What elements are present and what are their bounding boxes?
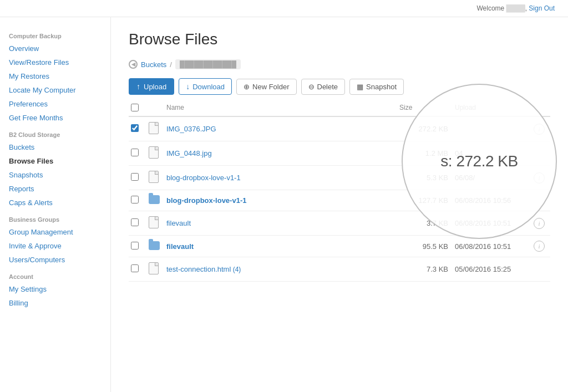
sidebar-item-view-restore[interactable]: View/Restore Files (0, 55, 110, 69)
sidebar-item-free-months[interactable]: Get Free Months (0, 111, 110, 125)
breadcrumb-separator: / (170, 60, 172, 69)
folder-icon (149, 241, 160, 250)
file-icon (149, 171, 159, 183)
file-checkbox-4[interactable] (131, 218, 139, 226)
sidebar-item-overview[interactable]: Overview (0, 42, 110, 55)
download-button[interactable]: ↓ Download (179, 78, 232, 95)
folder-icon (149, 195, 160, 204)
file-name-2[interactable]: blog-dropbox-love-v1-1 (166, 174, 241, 182)
breadcrumb-current-bucket: ████████████ (175, 59, 241, 69)
sidebar-section-account: Account (0, 267, 110, 282)
delete-label: Delete (317, 83, 338, 91)
table-row: IMG_0376.JPG272.2 KBi (129, 116, 550, 141)
file-table: Name Size Upload IMG_0376.JPG272.2 KBiIM… (129, 99, 550, 282)
delete-button[interactable]: ⊖ Delete (301, 79, 346, 95)
sidebar-item-my-settings[interactable]: My Settings (0, 282, 110, 296)
file-size-6: 7.3 KB (397, 257, 453, 282)
file-checkbox-6[interactable] (131, 264, 139, 272)
table-row: blog-dropbox-love-v1-1127.7 KB06/08/2016… (129, 190, 550, 211)
file-checkbox-2[interactable] (131, 173, 139, 181)
upload-button[interactable]: ↑ Upload (129, 78, 174, 95)
file-size-4: 3.7 KB (397, 211, 453, 236)
table-row: IMG_0448.jpg1.2 MB04 (129, 141, 550, 166)
info-icon-0[interactable]: i (534, 124, 545, 135)
sidebar-item-snapshots[interactable]: Snapshots (0, 168, 110, 182)
file-icon (149, 262, 159, 274)
info-icon-4[interactable]: i (534, 218, 545, 229)
snapshot-icon: ▦ (357, 83, 363, 91)
sidebar-section-business: Business Groups (0, 210, 110, 225)
sidebar-item-billing[interactable]: Billing (0, 296, 110, 310)
sidebar-section-computer-backup: Computer Backup (0, 26, 110, 42)
upload-icon: ↑ (136, 82, 140, 91)
sidebar-item-group-management[interactable]: Group Management (0, 225, 110, 239)
snapshot-label: Snapshot (366, 83, 397, 91)
signout-link[interactable]: Sign Out (529, 4, 555, 12)
file-size-3: 127.7 KB (397, 190, 453, 211)
sidebar-item-invite-approve[interactable]: Invite & Approve (0, 239, 110, 253)
sidebar-item-caps-alerts[interactable]: Caps & Alerts (0, 196, 110, 210)
sidebar-item-buckets[interactable]: Buckets (0, 140, 110, 154)
new-folder-icon: ⊕ (244, 83, 250, 91)
info-icon-5[interactable]: i (534, 241, 545, 252)
breadcrumb-back-icon[interactable]: ◀ (129, 60, 138, 69)
file-checkbox-1[interactable] (131, 149, 139, 156)
table-row: blog-dropbox-love-v1-15.3 KB06/08/i (129, 166, 550, 190)
file-checkbox-3[interactable] (131, 196, 139, 203)
file-size-1: 1.2 MB (397, 141, 453, 166)
new-folder-label: New Folder (252, 83, 289, 91)
breadcrumb-buckets-link[interactable]: Buckets (141, 60, 166, 69)
col-header-name: Name (164, 99, 397, 116)
file-checkbox-0[interactable] (131, 124, 139, 132)
sidebar-item-my-restores[interactable]: My Restores (0, 69, 110, 83)
page-title: Browse Files (129, 30, 550, 48)
file-name-3[interactable]: blog-dropbox-love-v1-1 (166, 196, 246, 205)
file-date-3: 06/08/2016 10:56 (453, 190, 530, 211)
top-bar: Welcome ████, Sign Out (0, 0, 568, 17)
col-header-size: Size (397, 99, 453, 116)
file-name-5[interactable]: filevault (166, 242, 194, 251)
col-header-upload: Upload (453, 99, 530, 116)
file-date-2: 06/08/ (453, 166, 530, 190)
select-all-checkbox[interactable] (131, 104, 139, 111)
sidebar: Computer Backup Overview View/Restore Fi… (0, 17, 111, 392)
download-label: Download (192, 83, 225, 91)
file-size-5: 95.5 KB (397, 236, 453, 257)
col-header-check (129, 99, 146, 116)
file-date-1: 04 (453, 141, 530, 166)
toolbar: ↑ Upload ↓ Download ⊕ New Folder ⊖ Delet… (129, 78, 550, 95)
sidebar-item-browse-files[interactable]: Browse Files (0, 154, 110, 168)
file-date-4: 06/08/2016 10:51 (453, 211, 530, 236)
file-date-0 (453, 116, 530, 141)
download-icon: ↓ (186, 82, 190, 91)
file-name-4[interactable]: filevault (166, 219, 191, 227)
file-name-6[interactable]: test-connection.html (166, 265, 231, 273)
file-size-2: 5.3 KB (397, 166, 453, 190)
col-header-icon (146, 99, 164, 116)
sidebar-item-preferences[interactable]: Preferences (0, 97, 110, 111)
table-row: test-connection.html (4)7.3 KB05/06/2016… (129, 257, 550, 282)
file-name-1[interactable]: IMG_0448.jpg (166, 149, 212, 157)
file-icon (149, 122, 159, 134)
file-icon (149, 216, 159, 228)
delete-icon: ⊖ (308, 83, 315, 91)
info-icon-2[interactable]: i (534, 172, 545, 184)
breadcrumb: ◀ Buckets / ████████████ (129, 59, 550, 69)
file-date-6: 05/06/2016 15:25 (453, 257, 530, 282)
sidebar-item-locate-computer[interactable]: Locate My Computer (0, 83, 110, 97)
col-header-info (530, 99, 550, 116)
file-name-0[interactable]: IMG_0376.JPG (166, 125, 216, 133)
table-row: filevault3.7 KB06/08/2016 10:51i (129, 211, 550, 236)
new-folder-button[interactable]: ⊕ New Folder (236, 79, 296, 95)
table-row: filevault95.5 KB06/08/2016 10:51i (129, 236, 550, 257)
snapshot-button[interactable]: ▦ Snapshot (349, 79, 404, 95)
file-checkbox-5[interactable] (131, 242, 139, 250)
main-content: Browse Files ◀ Buckets / ████████████ ↑ … (111, 17, 568, 392)
upload-label: Upload (144, 83, 166, 91)
sidebar-section-b2: B2 Cloud Storage (0, 125, 110, 140)
sidebar-item-users-computers[interactable]: Users/Computers (0, 253, 110, 267)
sidebar-item-reports[interactable]: Reports (0, 182, 110, 196)
welcome-text: Welcome ████, (476, 4, 529, 12)
file-size-0: 272.2 KB (397, 116, 453, 141)
file-date-5: 06/08/2016 10:51 (453, 236, 530, 257)
